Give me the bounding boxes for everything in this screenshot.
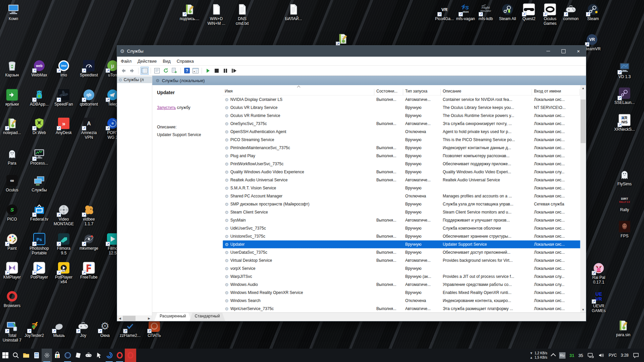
service-row[interactable]: ⚙Oculus VR Runtime ServiceВручнуюThe Ocu…	[223, 112, 580, 120]
service-row[interactable]: ⚙UnistoreSvc_7375cВыполня...ВручнуюОбесп…	[223, 232, 580, 240]
help-button[interactable]: ?	[183, 67, 191, 75]
desktop-icon-notepadpp[interactable]: ↗	[329, 33, 357, 46]
taskbar-microsoft-store[interactable]	[52, 349, 62, 362]
ime-badge[interactable]: Ru	[559, 352, 566, 359]
forward-button[interactable]	[128, 67, 136, 75]
service-row[interactable]: ⚙OpenSSH Authentication AgentОтключенаAg…	[223, 128, 580, 136]
menu-view[interactable]: Вид	[160, 57, 174, 65]
scrollbar-thumb[interactable]	[581, 100, 586, 143]
scroll-down-icon[interactable]: ▼	[580, 307, 586, 312]
service-row[interactable]: ⚙Windows AudioВыполня...Автоматиче...Упр…	[223, 281, 580, 289]
service-row[interactable]: ⚙PICO Streaming ServiceВручнуюThis is th…	[223, 136, 580, 144]
back-button[interactable]	[119, 67, 127, 75]
desktop-icon-federal-tv[interactable]: ↗Federal.tv	[25, 204, 53, 222]
column-header-0[interactable]: Имя	[223, 89, 374, 95]
scrollbar-thumb[interactable]	[123, 316, 136, 321]
network-icon[interactable]	[587, 352, 594, 359]
stop-service-button[interactable]	[213, 67, 221, 75]
window-titlebar[interactable]: ⚙ Службы ×	[117, 46, 586, 57]
refresh-button[interactable]	[162, 67, 170, 75]
service-row[interactable]: ⚙Windows Mixed Reality OpenXR ServiceВру…	[223, 289, 580, 297]
desktop-icon-билай-[interactable]: БИЛАЙ...	[279, 3, 308, 21]
service-row[interactable]: ⚙vorpX ServiceВручнуюЛокальная сис...	[223, 264, 580, 273]
volume-icon[interactable]	[598, 352, 605, 359]
export-list-button[interactable]	[170, 67, 178, 75]
tab-standard[interactable]: Стандартный	[190, 313, 225, 321]
taskbar-file-explorer[interactable]	[21, 349, 31, 362]
notification-center-icon[interactable]	[633, 352, 639, 359]
column-header-2[interactable]: Тип запуска	[403, 89, 441, 95]
taskbar-opera-browser[interactable]	[125, 349, 136, 362]
taskbar-swirl-app[interactable]	[104, 349, 114, 362]
service-row[interactable]: ⚙S.M.A.R.T. Vision ServiceВручнуюЛокальн…	[223, 184, 580, 192]
taskbar-search[interactable]	[10, 349, 21, 362]
desktop-icon-dr-web[interactable]: ↗Dr.Web	[25, 117, 53, 135]
clock[interactable]: 3:28	[621, 353, 629, 358]
maximize-button[interactable]	[556, 46, 571, 57]
service-row[interactable]: ⚙PimIndexMaintenanceSvc_7375cВыполня...В…	[223, 144, 580, 152]
desktop-icon-para-sin[interactable]: para.sin	[609, 319, 637, 337]
desktop-icon-kmplayer[interactable]: ↗KMPlayer	[0, 262, 26, 280]
taskbar-services-gear[interactable]	[42, 349, 52, 362]
service-row[interactable]: ⚙WarpJITSvcВручную (ак...Provides a JIT …	[223, 273, 580, 281]
column-header-4[interactable]: Вход от имени	[532, 89, 580, 95]
close-button[interactable]: ×	[571, 46, 586, 57]
scroll-right-icon[interactable]: ▶	[146, 315, 152, 321]
service-row-selected[interactable]: ⚙UpdaterВручнуюUpdater Support ServiceЛо…	[223, 240, 580, 248]
properties-button[interactable]	[153, 67, 161, 75]
hidden-icons-chevron-icon[interactable]	[550, 353, 556, 359]
desktop-icon-webmax[interactable]: web↗WebMax	[25, 60, 53, 77]
taskbar-opera-browser[interactable]	[114, 349, 125, 362]
service-row[interactable]: ⚙Realtek Audio Universal ServiceВыполня.…	[223, 176, 580, 184]
desktop-icon-комп[interactable]: Комп	[0, 3, 28, 21]
desktop-icon-ярлыки[interactable]: ярлыки	[0, 89, 26, 107]
desktop-icon-rai-pal[interactable]: ↗Rai Pal0.17.1	[585, 262, 613, 285]
desktop-icon-fps[interactable]: FPS	[610, 221, 639, 238]
desktop-icon-карзын[interactable]: Карзын	[0, 60, 26, 77]
column-header-1[interactable]: Состояни...	[374, 89, 403, 95]
taskbar-calculator[interactable]	[31, 349, 42, 362]
desktop-icon-dns[interactable]: DNScmd.txt	[228, 3, 256, 26]
service-row[interactable]: ⚙Oculus VR Library ServiceВручнуюThe Ocu…	[223, 104, 580, 112]
desktop-icon-process-[interactable]: ↗Process...	[25, 148, 53, 166]
desktop-icon-para[interactable]: Para	[0, 148, 26, 166]
desktop-icon-vd-1-3[interactable]: ↗VD 1.3	[610, 61, 639, 79]
start-service-link[interactable]: Запустить	[157, 105, 176, 110]
desktop-icon-anydesk[interactable]: »↗AnyDesk	[50, 117, 78, 135]
desktop-icon-vidbee[interactable]: ↗vidbee1.1.7	[75, 204, 103, 226]
service-row[interactable]: ⚙Windows SearchОтключенаИндексирование к…	[223, 297, 580, 305]
desktop-icon-oculus[interactable]: ∞Oculus	[0, 175, 26, 192]
taskbar-notes-app[interactable]	[73, 349, 83, 362]
desktop-icon-imo[interactable]: imo↗Imo	[50, 60, 78, 77]
service-row[interactable]: ⚙WpnUserService_7375cВыполня...Автоматич…	[223, 305, 580, 312]
menu-action[interactable]: Действие	[135, 57, 160, 65]
tree-horizontal-scrollbar[interactable]: ◀ ▶	[117, 315, 152, 321]
service-row[interactable]: ⚙Plug and PlayВыполня...ВручнуюПозволяет…	[223, 152, 580, 160]
desktop-icon-video[interactable]: ↗VideoMONTAGE	[50, 204, 78, 226]
taskbar-start[interactable]	[0, 349, 10, 362]
scroll-up-icon[interactable]: ▲	[580, 85, 586, 91]
desktop-icon-paint[interactable]: ↗Paint	[0, 233, 26, 251]
desktop-icon-browsers[interactable]: Browsers	[0, 290, 26, 308]
column-header-3[interactable]: Описание	[441, 89, 532, 95]
desktop-icon-подпись-[interactable]: ↗подпись....	[175, 3, 204, 21]
pause-service-button[interactable]	[221, 67, 229, 75]
service-row[interactable]: ⚙SMP дисковых пространств (Майкрософт)Вр…	[223, 200, 580, 208]
service-row[interactable]: ⚙Quality Windows Audio Video ExperienceВ…	[223, 168, 580, 176]
language-indicator[interactable]: РУС	[609, 353, 617, 358]
desktop-icon-uevr[interactable]: UEVR↗UEVRGAMEs	[585, 291, 613, 313]
taskbar-media-oval[interactable]	[62, 349, 73, 362]
menu-help[interactable]: Справка	[174, 57, 197, 65]
desktop-icon-photoshop[interactable]: Ps↗PhotoshopPortable	[25, 233, 53, 255]
desktop-icon-freetube[interactable]: ↗FreeTube	[75, 262, 103, 280]
minimize-button[interactable]	[541, 46, 556, 57]
taskbar-gamepad-tb[interactable]	[83, 349, 94, 362]
desktop-icon-flysims[interactable]: FlySims	[610, 169, 639, 186]
vertical-scrollbar[interactable]: ▲ ▼	[580, 85, 586, 312]
menu-file[interactable]: Файл	[118, 57, 135, 65]
desktop-icon-adbapp-[interactable]: ↗ADBApp...	[25, 89, 53, 107]
service-row[interactable]: ⚙OneSyncSvc_7375cВыполня...Автоматиче...…	[223, 120, 580, 128]
service-row[interactable]: ⚙UserDataSvc_7375cВыполня...ВручнуюОбесп…	[223, 248, 580, 256]
desktop-icon-окна[interactable]: ⚙↗Окна	[91, 320, 119, 338]
taskbar-pointer-app[interactable]	[94, 349, 104, 362]
